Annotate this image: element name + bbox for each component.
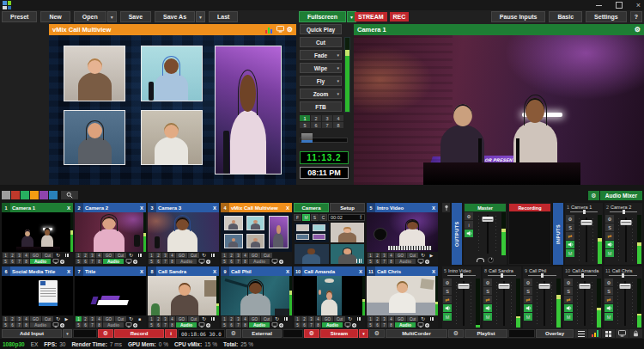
bus-5-button[interactable]: 5 xyxy=(3,322,9,328)
mode-f-button[interactable]: F xyxy=(294,214,301,221)
fullscreen-button[interactable]: Fullscreen xyxy=(299,11,346,22)
stream-button[interactable]: Stream xyxy=(320,329,358,338)
bus-8-button[interactable]: 8 xyxy=(315,322,321,328)
cut-button[interactable]: Cut xyxy=(42,253,53,258)
fly-button[interactable]: Fly▼ xyxy=(300,76,342,86)
bus-8-button[interactable]: 8 xyxy=(388,322,394,328)
pause-icon[interactable] xyxy=(428,316,435,321)
overlay-3-button[interactable]: 3 xyxy=(89,316,95,321)
cut-button[interactable]: Cut xyxy=(334,316,345,321)
overlay-3-button[interactable]: 3 xyxy=(162,316,168,321)
audio-button[interactable]: Audio xyxy=(103,259,124,264)
overlay-4-button[interactable]: 4 xyxy=(388,253,394,258)
overlay-1-button[interactable]: 1 xyxy=(3,316,9,321)
overlay-1-button[interactable]: 1 xyxy=(295,316,301,321)
overlay-4-button[interactable]: 4 xyxy=(242,316,248,321)
mute-button[interactable]: M xyxy=(605,249,614,257)
cut-button[interactable]: Cut xyxy=(407,253,418,258)
overlay-3-button[interactable]: 3 xyxy=(381,253,387,258)
overlay-1-button[interactable]: 1 xyxy=(3,253,9,258)
bus-5-button[interactable]: 5 xyxy=(368,259,374,264)
overlay-4-button[interactable]: 4 xyxy=(315,316,321,321)
input-settings-icon[interactable] xyxy=(206,323,210,328)
overlay-2-button[interactable]: 2 xyxy=(155,253,161,258)
loop-icon[interactable]: ↻ xyxy=(54,316,62,321)
input-header[interactable]: 2Camera 2X xyxy=(75,203,146,212)
cut-button[interactable]: Cut xyxy=(261,316,272,321)
input-thumbnail[interactable] xyxy=(367,276,438,315)
input-close-button[interactable]: X xyxy=(210,205,219,211)
loop-icon[interactable]: ↻ xyxy=(273,316,281,321)
last-button[interactable]: Last xyxy=(209,11,238,22)
input-close-button[interactable]: X xyxy=(64,205,73,211)
bus-7-button[interactable]: 7 xyxy=(89,259,95,264)
go-button[interactable]: GO xyxy=(103,253,114,258)
stinger-6-button[interactable]: 6 xyxy=(311,122,321,128)
overlay-4-button[interactable]: 4 xyxy=(23,316,29,321)
pause-icon[interactable] xyxy=(355,316,362,321)
cut-button[interactable]: Cut xyxy=(115,316,126,321)
volume-fader[interactable] xyxy=(494,279,514,328)
stinger-1-button[interactable]: 1 xyxy=(300,115,310,121)
go-button[interactable]: GO xyxy=(103,316,114,321)
overlay-3-button[interactable]: 3 xyxy=(89,253,95,258)
audio-button[interactable]: Audio xyxy=(176,259,197,264)
loop-icon[interactable]: ↻ xyxy=(419,316,427,321)
play-icon[interactable]: ▶ xyxy=(63,316,70,321)
monitor-icon[interactable] xyxy=(52,259,59,264)
maximize-button[interactable] xyxy=(616,2,623,9)
overlay-2-button[interactable]: 2 xyxy=(9,316,15,321)
bus-routing-icon[interactable]: ⇄ xyxy=(605,296,613,303)
stinger-5-button[interactable]: 5 xyxy=(300,122,310,128)
pan-slider[interactable] xyxy=(605,273,641,278)
input-thumbnail[interactable] xyxy=(75,276,146,315)
pan-knob[interactable] xyxy=(501,273,503,278)
input-thumbnail[interactable] xyxy=(294,276,365,315)
speaker-icon[interactable] xyxy=(564,304,573,312)
input-thumbnail[interactable] xyxy=(221,276,292,315)
input-close-button[interactable]: X xyxy=(210,269,219,274)
gear-icon[interactable]: ⚙ xyxy=(635,26,641,34)
transition-tbar[interactable] xyxy=(300,133,348,145)
monitor-icon[interactable] xyxy=(416,259,424,264)
search-button[interactable] xyxy=(61,191,78,199)
pause-icon[interactable] xyxy=(136,253,143,258)
bus-7-button[interactable]: 7 xyxy=(308,322,314,328)
menu-icon[interactable] xyxy=(574,329,587,338)
bus-6-button[interactable]: 6 xyxy=(374,259,380,264)
audio-bars-icon[interactable] xyxy=(264,26,274,34)
mode-m-button[interactable]: M xyxy=(302,214,310,221)
overlay-1-button[interactable]: 1 xyxy=(222,316,228,321)
bus-7-button[interactable]: 7 xyxy=(89,322,95,328)
stinger-3-button[interactable]: 3 xyxy=(322,115,332,121)
overlay-4-button[interactable]: 4 xyxy=(23,253,29,258)
playlist-button[interactable]: Playlist xyxy=(465,329,507,338)
go-button[interactable]: GO xyxy=(322,316,333,321)
play-icon[interactable]: ▶ xyxy=(428,253,435,258)
input-header[interactable]: 8Call SandraX xyxy=(148,266,219,276)
program-video[interactable]: TAYLOR PRESENTS THE LIVE SHOW xyxy=(354,35,644,185)
minimize-button[interactable] xyxy=(596,5,602,6)
stinger-7-button[interactable]: 7 xyxy=(322,122,332,128)
new-button[interactable]: New xyxy=(40,11,70,22)
go-button[interactable]: GO xyxy=(249,253,260,258)
bus-8-button[interactable]: 8 xyxy=(96,259,102,264)
save-button[interactable]: Save xyxy=(120,11,151,22)
overlay-4-button[interactable]: 4 xyxy=(169,253,175,258)
strip-gear-icon[interactable]: ⚙ xyxy=(443,279,452,286)
loop-icon[interactable]: ↻ xyxy=(200,253,208,258)
go-button[interactable]: GO xyxy=(176,316,187,321)
help-button[interactable]: ? xyxy=(630,11,642,22)
gear-icon[interactable]: ⚙ xyxy=(287,26,293,34)
bus-8-button[interactable]: 8 xyxy=(23,322,29,328)
go-button[interactable]: GO xyxy=(176,253,187,258)
input-settings-icon[interactable] xyxy=(133,260,137,264)
overlay-4-button[interactable]: 4 xyxy=(388,316,394,321)
bus-routing-icon[interactable]: ⇄ xyxy=(443,296,452,303)
camera-source-button[interactable]: Camera xyxy=(294,203,329,212)
bus-6-button[interactable]: 6 xyxy=(301,322,307,328)
stream-dropdown-icon[interactable]: ▼ xyxy=(359,329,368,338)
bus-5-button[interactable]: 5 xyxy=(149,322,155,328)
overlay-2-button[interactable]: 2 xyxy=(374,253,380,258)
bus-6-button[interactable]: 6 xyxy=(82,259,88,264)
